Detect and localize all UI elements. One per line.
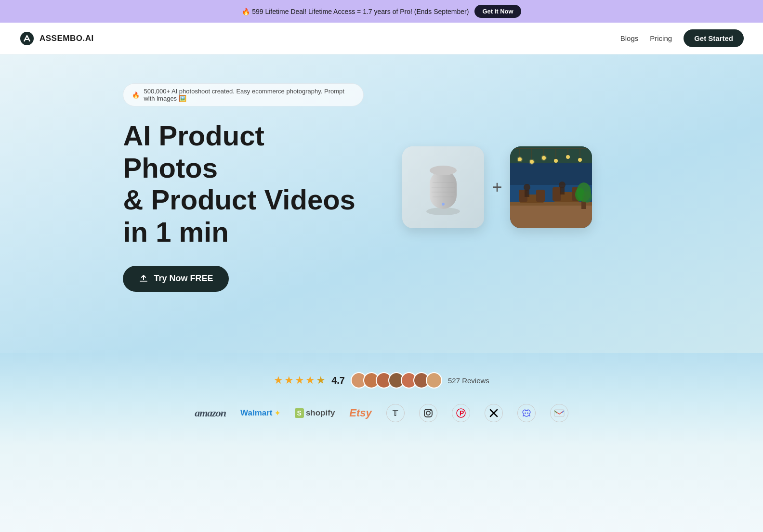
get-it-now-button[interactable]: Get it Now bbox=[474, 5, 521, 18]
upload-icon bbox=[138, 273, 149, 284]
nav-links: Blogs Pricing Get Started bbox=[620, 29, 744, 47]
discord-brand bbox=[517, 404, 536, 422]
tiktok-icon: 𝕋 bbox=[393, 409, 398, 418]
top-banner: 🔥 599 Lifetime Deal! Lifetime Access = 1… bbox=[0, 0, 763, 23]
logo-text: ASSEMBO.AI bbox=[39, 34, 94, 43]
walmart-star: ✦ bbox=[275, 409, 280, 417]
speaker-svg bbox=[419, 156, 467, 219]
gmail-brand bbox=[550, 404, 568, 422]
hero-title: AI Product Photos & Product Videos in 1 … bbox=[123, 120, 364, 248]
shopify-s: S bbox=[295, 408, 304, 418]
shopify-brand: S shopify bbox=[295, 408, 335, 418]
svg-point-19 bbox=[529, 159, 535, 165]
svg-point-46 bbox=[426, 411, 430, 415]
svg-point-4 bbox=[430, 166, 457, 175]
try-now-label: Try Now FREE bbox=[154, 273, 213, 284]
speaker-visual bbox=[402, 146, 484, 228]
hero-left: 🔥 500,000+ AI photoshoot created. Easy e… bbox=[123, 83, 364, 292]
shopify-text: shopify bbox=[306, 408, 335, 418]
star-3: ★ bbox=[295, 374, 304, 387]
banner-message: 599 Lifetime Deal! Lifetime Access = 1.7… bbox=[252, 8, 469, 15]
plus-sign: + bbox=[492, 177, 502, 197]
amazon-brand: amazon bbox=[195, 407, 226, 419]
restaurant-visual bbox=[510, 146, 592, 228]
rating-number: 4.7 bbox=[331, 375, 345, 386]
logo-icon bbox=[19, 31, 35, 46]
svg-rect-52 bbox=[554, 410, 564, 416]
avatar-7 bbox=[426, 372, 442, 389]
hero-badge: 🔥 500,000+ AI photoshoot created. Easy e… bbox=[123, 83, 364, 106]
svg-point-47 bbox=[430, 410, 431, 411]
svg-point-40 bbox=[582, 191, 592, 203]
svg-point-9 bbox=[442, 203, 445, 206]
svg-rect-42 bbox=[525, 190, 529, 197]
badge-emoji: 🔥 bbox=[132, 91, 140, 99]
star-5: ★ bbox=[316, 374, 326, 387]
pinterest-icon: P bbox=[456, 408, 466, 418]
star-1: ★ bbox=[274, 374, 283, 387]
social-proof-section: ★ ★ ★ ★ ★ 4.7 527 Reviews amazon Walmart… bbox=[0, 353, 763, 446]
review-count: 527 Reviews bbox=[448, 376, 489, 385]
hero-right: + bbox=[402, 146, 592, 228]
bottom-gradient-area bbox=[0, 446, 763, 532]
brands-row: amazon Walmart ✦ S shopify Etsy 𝕋 bbox=[195, 404, 568, 422]
x-icon bbox=[489, 409, 498, 417]
svg-point-43 bbox=[559, 182, 566, 188]
product-image-restaurant bbox=[510, 146, 592, 228]
pinterest-brand: P bbox=[452, 404, 470, 422]
restaurant-svg bbox=[510, 146, 592, 228]
etsy-brand: Etsy bbox=[349, 407, 371, 419]
star-rating: ★ ★ ★ ★ ★ bbox=[274, 374, 326, 387]
star-2: ★ bbox=[284, 374, 294, 387]
svg-point-16 bbox=[517, 156, 523, 162]
x-brand bbox=[485, 404, 503, 422]
hero-title-line2: & Product Videos bbox=[123, 184, 355, 215]
rating-row: ★ ★ ★ ★ ★ 4.7 527 Reviews bbox=[274, 372, 489, 389]
discord-icon bbox=[521, 408, 532, 418]
nav-get-started-button[interactable]: Get Started bbox=[684, 29, 744, 47]
navbar: ASSEMBO.AI Blogs Pricing Get Started bbox=[0, 23, 763, 54]
banner-text: 🔥 599 Lifetime Deal! Lifetime Access = 1… bbox=[242, 8, 469, 15]
product-image-speaker bbox=[402, 146, 484, 228]
gmail-icon bbox=[554, 409, 565, 417]
walmart-text: Walmart bbox=[240, 408, 272, 418]
hero-title-line3: in 1 min bbox=[123, 216, 228, 247]
fire-emoji: 🔥 bbox=[242, 8, 250, 15]
hero-section: 🔥 500,000+ AI photoshoot created. Easy e… bbox=[0, 54, 763, 353]
nav-pricing-link[interactable]: Pricing bbox=[650, 34, 672, 42]
hero-title-line1: AI Product Photos bbox=[123, 120, 264, 183]
svg-text:P: P bbox=[460, 409, 464, 417]
svg-point-22 bbox=[541, 155, 547, 161]
svg-point-28 bbox=[578, 158, 582, 162]
svg-point-50 bbox=[525, 413, 526, 414]
svg-point-26 bbox=[566, 155, 570, 159]
svg-rect-29 bbox=[510, 204, 592, 228]
avatar-group bbox=[351, 372, 442, 389]
hero-content: 🔥 500,000+ AI photoshoot created. Easy e… bbox=[92, 83, 622, 292]
svg-rect-34 bbox=[536, 190, 545, 202]
walmart-brand: Walmart ✦ bbox=[240, 408, 280, 418]
nav-blogs-link[interactable]: Blogs bbox=[620, 34, 639, 42]
etsy-text: Etsy bbox=[349, 407, 371, 419]
svg-rect-1 bbox=[140, 281, 147, 282]
svg-point-0 bbox=[20, 32, 34, 45]
svg-point-24 bbox=[554, 159, 558, 163]
badge-text: 500,000+ AI photoshoot created. Easy eco… bbox=[144, 88, 355, 102]
instagram-icon bbox=[423, 408, 434, 418]
tiktok-brand: 𝕋 bbox=[386, 404, 405, 422]
instagram-brand bbox=[419, 404, 437, 422]
logo: ASSEMBO.AI bbox=[19, 31, 94, 46]
star-4: ★ bbox=[305, 374, 315, 387]
try-now-button[interactable]: Try Now FREE bbox=[123, 266, 228, 292]
svg-point-51 bbox=[527, 413, 528, 414]
svg-rect-44 bbox=[560, 187, 565, 195]
amazon-text: amazon bbox=[195, 407, 226, 419]
svg-point-41 bbox=[524, 184, 530, 191]
